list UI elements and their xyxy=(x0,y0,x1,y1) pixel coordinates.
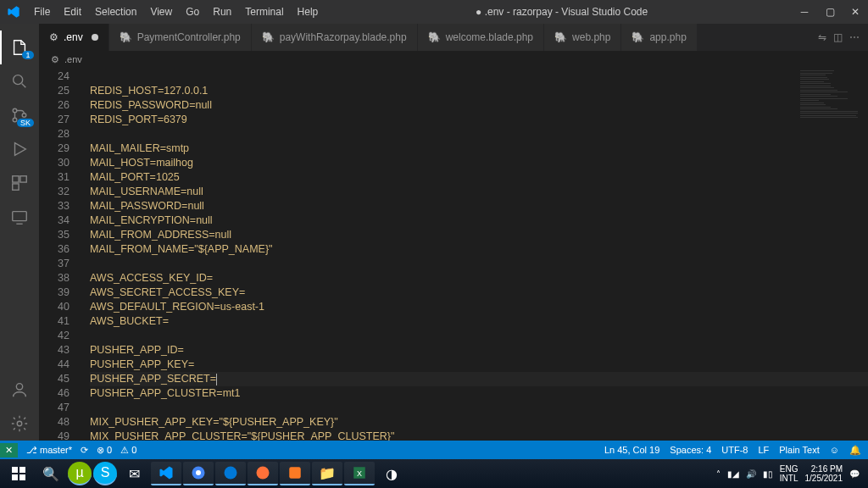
remote-indicator[interactable]: ✕ xyxy=(0,443,18,458)
code-line[interactable]: PUSHER_APP_SECRET= xyxy=(90,372,868,386)
source-control-icon[interactable]: SK xyxy=(0,98,39,132)
code-line[interactable]: PUSHER_APP_KEY= xyxy=(90,358,868,372)
code-line[interactable]: MAIL_FROM_NAME="${APP_NAME}" xyxy=(90,242,868,257)
tab--env[interactable]: ⚙.env xyxy=(39,24,109,51)
code-line[interactable]: PUSHER_APP_ID= xyxy=(90,343,868,358)
extensions-icon[interactable] xyxy=(0,166,39,200)
code-line[interactable]: MAIL_USERNAME=null xyxy=(90,185,868,199)
code-line[interactable]: AWS_DEFAULT_REGION=us-east-1 xyxy=(90,300,868,314)
search-icon[interactable] xyxy=(0,64,39,98)
indentation[interactable]: Spaces: 4 xyxy=(670,445,711,455)
tray-chevron-icon[interactable]: ˄ xyxy=(716,469,721,479)
settings-gear-icon[interactable] xyxy=(0,407,39,441)
skype-icon[interactable]: S xyxy=(93,462,117,485)
remote-explorer-icon[interactable] xyxy=(0,200,39,234)
app-icon[interactable]: ◑ xyxy=(376,462,407,485)
file-icon: 🐘 xyxy=(262,31,275,43)
battery-icon[interactable]: ▮▯ xyxy=(763,469,773,479)
firefox-icon[interactable] xyxy=(248,462,278,485)
file-icon: 🐘 xyxy=(120,31,132,43)
git-branch[interactable]: ⎇ master* xyxy=(26,445,72,456)
code-line[interactable]: MIX_PUSHER_APP_KEY="${PUSHER_APP_KEY}" xyxy=(90,415,868,430)
minimap[interactable]: ▬▬▬▬▬▬▬▬▬▬▬▬▬▬▬▬▬▬▬▬▬▬▬▬▬▬▬▬▬▬▬▬▬▬▬▬▬▬▬▬… xyxy=(798,68,858,254)
code-line[interactable]: MIX_PUSHER_APP_CLUSTER="${PUSHER_APP_CLU… xyxy=(90,430,868,441)
tab-label: welcome.blade.php xyxy=(446,31,533,43)
volume-icon[interactable]: 🔊 xyxy=(746,469,756,479)
start-button[interactable] xyxy=(3,462,34,485)
clock[interactable]: 2:16 PM1/25/2021 xyxy=(805,464,843,483)
code-line[interactable]: MAIL_ENCRYPTION=null xyxy=(90,214,868,228)
code-line[interactable]: MAIL_FROM_ADDRESS=null xyxy=(90,228,868,242)
vscode-taskbar-icon[interactable] xyxy=(151,462,181,485)
action-center-icon[interactable]: 💬 xyxy=(849,469,860,479)
file-explorer-icon[interactable]: 📁 xyxy=(312,462,342,485)
tab-payWithRazorpay-blade-php[interactable]: 🐘payWithRazorpay.blade.php xyxy=(252,24,418,51)
menu-run[interactable]: Run xyxy=(206,3,238,21)
mail-icon[interactable]: ✉ xyxy=(119,462,149,485)
explorer-icon[interactable]: 1 xyxy=(0,30,39,64)
chrome-icon[interactable] xyxy=(183,462,214,485)
menu-go[interactable]: Go xyxy=(179,3,206,21)
code-line[interactable]: MAIL_HOST=mailhog xyxy=(90,156,868,170)
code-line[interactable] xyxy=(90,329,868,343)
code-line[interactable]: AWS_BUCKET= xyxy=(90,314,868,329)
search-button[interactable]: 🔍 xyxy=(36,462,66,485)
run-debug-icon[interactable] xyxy=(0,132,39,166)
explorer-badge: 1 xyxy=(22,51,34,59)
maximize-button[interactable]: ▢ xyxy=(824,6,836,18)
text-editor[interactable]: 2425262728293031323334353637383940414243… xyxy=(39,68,868,441)
code-line[interactable]: MAIL_MAILER=smtp xyxy=(90,141,868,156)
close-button[interactable]: ✕ xyxy=(849,6,861,18)
xampp-icon[interactable] xyxy=(280,462,310,485)
menu-file[interactable]: File xyxy=(27,3,57,21)
tab-app-php[interactable]: 🐘app.php xyxy=(621,24,697,51)
code-line[interactable]: REDIS_PORT=6379 xyxy=(90,113,868,127)
tab-welcome-blade-php[interactable]: 🐘welcome.blade.php xyxy=(418,24,544,51)
minimize-button[interactable]: ─ xyxy=(798,6,810,18)
svg-rect-7 xyxy=(13,212,27,221)
excel-icon[interactable]: X xyxy=(344,462,375,485)
more-actions-icon[interactable]: ⋯ xyxy=(849,31,860,43)
code-line[interactable] xyxy=(90,257,868,271)
file-icon: 🐘 xyxy=(554,31,567,43)
code-line[interactable] xyxy=(90,127,868,141)
notifications-icon[interactable]: 🔔 xyxy=(849,445,861,456)
code-line[interactable]: REDIS_HOST=127.0.0.1 xyxy=(90,84,868,98)
encoding[interactable]: UTF-8 xyxy=(721,445,748,455)
system-tray[interactable]: ˄ ▮◢ 🔊 ▮▯ ENG INTL 2:16 PM1/25/2021 💬 xyxy=(716,464,865,483)
problems-errors[interactable]: ⊗ 0 xyxy=(97,445,112,456)
menu-edit[interactable]: Edit xyxy=(57,3,88,21)
edge-icon[interactable] xyxy=(215,462,246,485)
breadcrumbs[interactable]: ⚙ .env xyxy=(39,51,868,68)
tab-label: payWithRazorpay.blade.php xyxy=(280,31,407,43)
compare-changes-icon[interactable]: ⇋ xyxy=(818,31,826,43)
code-line[interactable]: REDIS_PASSWORD=null xyxy=(90,98,868,113)
code-line[interactable]: MAIL_PASSWORD=null xyxy=(90,199,868,214)
menu-view[interactable]: View xyxy=(143,3,179,21)
git-sync-icon[interactable]: ⟳ xyxy=(81,445,88,456)
svg-rect-4 xyxy=(13,176,19,182)
utorrent-icon[interactable]: µ xyxy=(68,462,92,485)
problems-warnings[interactable]: ⚠ 0 xyxy=(120,445,136,456)
code-line[interactable] xyxy=(90,401,868,415)
cursor-position[interactable]: Ln 45, Col 19 xyxy=(604,445,659,455)
code-line[interactable] xyxy=(90,69,868,84)
accounts-icon[interactable] xyxy=(0,373,39,407)
code-line[interactable]: MAIL_PORT=1025 xyxy=(90,170,868,185)
tab-PaymentController-php[interactable]: 🐘PaymentController.php xyxy=(109,24,252,51)
network-icon[interactable]: ▮◢ xyxy=(727,469,739,479)
language-indicator[interactable]: ENG INTL xyxy=(780,464,798,483)
language-mode[interactable]: Plain Text xyxy=(779,445,820,455)
code-content[interactable]: REDIS_HOST=127.0.0.1REDIS_PASSWORD=nullR… xyxy=(81,68,868,441)
menu-selection[interactable]: Selection xyxy=(88,3,143,21)
eol[interactable]: LF xyxy=(758,445,769,455)
code-line[interactable]: AWS_ACCESS_KEY_ID= xyxy=(90,271,868,286)
tab-web-php[interactable]: 🐘web.php xyxy=(544,24,621,51)
split-editor-icon[interactable]: ◫ xyxy=(833,31,843,43)
code-line[interactable]: PUSHER_APP_CLUSTER=mt1 xyxy=(90,386,868,401)
menu-terminal[interactable]: Terminal xyxy=(238,3,290,21)
code-line[interactable]: AWS_SECRET_ACCESS_KEY= xyxy=(90,286,868,300)
menu-help[interactable]: Help xyxy=(291,3,326,21)
status-bar: ✕ ⎇ master* ⟳ ⊗ 0 ⚠ 0 Ln 45, Col 19 Spac… xyxy=(0,441,868,459)
feedback-icon[interactable]: ☺ xyxy=(830,445,839,455)
